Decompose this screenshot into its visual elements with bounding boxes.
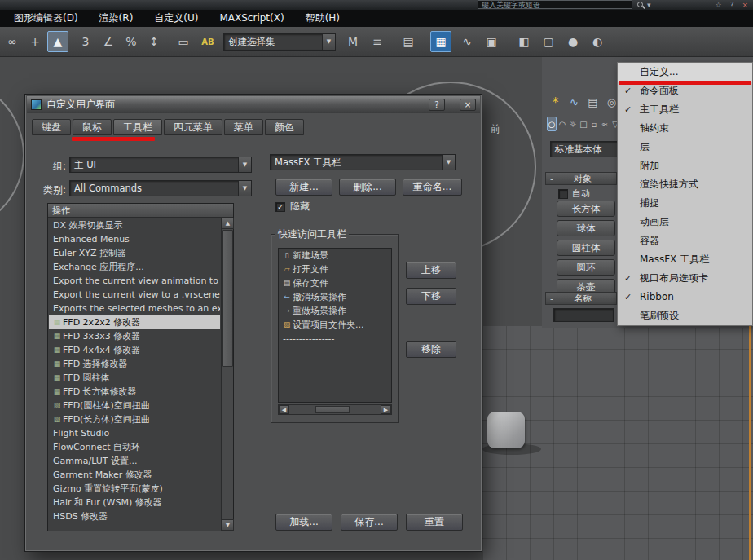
action-list-item[interactable]: Gizmo 重置旋转平面(蒙皮) bbox=[49, 482, 220, 496]
reset-button[interactable]: 重置 bbox=[406, 514, 463, 531]
object-name-input[interactable] bbox=[553, 308, 614, 322]
object-type-rollout[interactable]: - 对象 bbox=[545, 172, 617, 185]
help-icon[interactable]: ? bbox=[730, 0, 734, 10]
new-toolbar-button[interactable]: 新建... bbox=[275, 179, 332, 196]
helpers-category-icon[interactable]: ▫ bbox=[589, 117, 599, 131]
lights-category-icon[interactable]: ☼ bbox=[568, 117, 578, 131]
render-production-icon[interactable]: ● bbox=[562, 31, 583, 52]
action-list-item[interactable]: ▦ FFD 2x2x2 修改器 bbox=[49, 315, 220, 329]
select-and-move-icon[interactable]: + bbox=[24, 31, 46, 52]
context-menu-item[interactable]: ✓ 动画层 bbox=[618, 213, 752, 231]
name-color-rollout[interactable]: - 名称 bbox=[545, 292, 617, 305]
menubar-item[interactable]: 帮助(H) bbox=[295, 10, 350, 27]
select-and-place-icon[interactable]: ▲ bbox=[47, 31, 68, 52]
menubar-item[interactable]: 渲染(R) bbox=[89, 10, 144, 27]
snaps-toggle-icon[interactable]: 3 bbox=[75, 31, 96, 52]
menubar-item[interactable]: 自定义(U) bbox=[143, 10, 209, 27]
render-setup-icon[interactable]: ◧ bbox=[513, 31, 535, 52]
scene-object[interactable] bbox=[487, 412, 525, 448]
quick-access-item[interactable]: ---------------- bbox=[279, 332, 391, 346]
modify-tab-icon[interactable]: ∿ bbox=[566, 94, 583, 110]
primitive-button[interactable]: 圆柱体 bbox=[557, 240, 615, 256]
action-list-item[interactable]: Euler XYZ 控制器 bbox=[49, 246, 220, 260]
delete-toolbar-button[interactable]: 删除... bbox=[339, 179, 396, 196]
cameras-category-icon[interactable]: □ bbox=[579, 117, 588, 131]
context-menu-item[interactable]: ✓ 容器 bbox=[618, 231, 752, 250]
action-list-item[interactable]: ▦ FFD 圆柱体 bbox=[49, 371, 220, 385]
checkbox-icon[interactable] bbox=[558, 189, 568, 199]
scroll-up-icon[interactable]: ▲ bbox=[222, 218, 234, 229]
context-menu-item[interactable]: ✓ 视口布局选项卡 bbox=[618, 269, 752, 288]
hierarchy-tab-icon[interactable]: ▤ bbox=[584, 94, 601, 110]
scroll-left-icon[interactable]: ◀ bbox=[279, 405, 289, 414]
context-menu-item[interactable]: ✓ 捕捉 bbox=[618, 194, 752, 213]
move-up-button[interactable]: 上移 bbox=[406, 262, 456, 279]
hide-checkbox[interactable]: ✓ 隐藏 bbox=[275, 200, 310, 214]
rename-toolbar-button[interactable]: 重命名... bbox=[403, 179, 462, 196]
action-list-item[interactable]: ▧ FFD(圆柱体)空间扭曲 bbox=[49, 399, 220, 412]
action-list-item[interactable]: Hair 和 Fur (WSM) 修改器 bbox=[49, 496, 220, 509]
action-list-item[interactable]: HSDS 修改器 bbox=[49, 509, 220, 523]
edit-named-selection-sets-icon[interactable]: ▭ bbox=[173, 31, 194, 52]
geometry-category-icon[interactable]: ○ bbox=[547, 117, 557, 131]
quick-access-item[interactable]: ← 撤消场景操作 bbox=[279, 290, 391, 304]
dialog-titlebar[interactable]: 自定义用户界面 ? × bbox=[27, 96, 480, 113]
action-list-item[interactable]: Gamma/LUT 设置... bbox=[49, 454, 220, 468]
search-icon[interactable] bbox=[636, 1, 645, 9]
curve-editor-icon[interactable]: ∿ bbox=[456, 31, 478, 52]
load-button[interactable]: 加载... bbox=[275, 514, 332, 531]
category-combo[interactable]: All Commands ▼ bbox=[69, 180, 252, 196]
named-selection-set-combo[interactable]: 创建选择集 ▼ bbox=[223, 33, 336, 51]
percent-snap-icon[interactable]: % bbox=[121, 31, 142, 52]
scrollbar-thumb[interactable] bbox=[222, 230, 233, 367]
group-combo[interactable]: 主 UI ▼ bbox=[69, 157, 252, 173]
quick-access-item[interactable]: ▤ 保存文件 bbox=[279, 276, 391, 290]
action-list-item[interactable]: Flight Studio bbox=[49, 426, 220, 440]
quick-access-item[interactable]: ▨ 设置项目文件夹... bbox=[279, 318, 391, 332]
quick-access-item[interactable]: → 重做场景操作 bbox=[279, 304, 391, 318]
chevron-down-icon[interactable]: ▼ bbox=[238, 157, 251, 172]
action-list-item[interactable]: ▦ FFD 3x3x3 修改器 bbox=[49, 329, 220, 343]
context-menu-item[interactable]: ✓ Ribbon bbox=[618, 288, 752, 306]
quick-access-item[interactable]: ▯ 新建场景 bbox=[279, 249, 391, 262]
layer-manager-icon[interactable]: ▤ bbox=[398, 31, 419, 52]
context-menu-item[interactable]: ✓ 主工具栏 bbox=[618, 100, 752, 119]
horizontal-scrollbar[interactable]: ◀ ▶ bbox=[278, 404, 392, 415]
align-icon[interactable]: ≡ bbox=[367, 31, 388, 52]
chevron-down-icon[interactable]: ▼ bbox=[238, 181, 251, 196]
infocenter-search-input[interactable] bbox=[478, 0, 632, 9]
vertical-scrollbar[interactable]: ▲ ▼ bbox=[221, 218, 233, 531]
keyboard-shortcut-override-icon[interactable]: AB bbox=[197, 31, 218, 52]
dialog-tab[interactable]: 键盘 bbox=[32, 119, 71, 135]
action-list-item[interactable]: ▧ FFD(长方体)空间扭曲 bbox=[49, 412, 220, 426]
help-button[interactable]: ? bbox=[429, 99, 445, 111]
render-iterative-icon[interactable]: ◐ bbox=[587, 31, 608, 52]
context-menu-item[interactable]: ✓ 轴约束 bbox=[618, 119, 752, 138]
action-list-item[interactable]: FlowConnect 自动环 bbox=[49, 440, 220, 454]
scroll-right-icon[interactable]: ▶ bbox=[381, 405, 391, 414]
action-list-item[interactable]: ▦ FFD 选择修改器 bbox=[49, 357, 220, 371]
action-list-item[interactable]: ▦ FFD 4x4x4 修改器 bbox=[49, 343, 220, 357]
action-list-item[interactable]: ▦ FFD 长方体修改器 bbox=[49, 385, 220, 399]
toolbar-select-combo[interactable]: MassFX 工具栏 ▼ bbox=[270, 154, 456, 170]
notification-icon[interactable]: × bbox=[742, 0, 748, 10]
scroll-down-icon[interactable]: ▼ bbox=[222, 519, 234, 531]
viewport-label-front[interactable]: 前 bbox=[491, 122, 500, 136]
chevron-down-icon[interactable]: ▼ bbox=[442, 155, 455, 170]
dialog-tab[interactable]: 工具栏 bbox=[113, 119, 162, 135]
spacewarps-category-icon[interactable]: ≈ bbox=[600, 117, 610, 131]
context-menu-item[interactable]: ✓ 附加 bbox=[618, 157, 752, 175]
move-down-button[interactable]: 下移 bbox=[406, 288, 456, 305]
create-tab-icon[interactable]: * bbox=[547, 94, 564, 110]
menubar-item[interactable]: 图形编辑器(D) bbox=[3, 10, 89, 27]
rendered-frame-icon[interactable]: ▢ bbox=[538, 31, 559, 52]
shapes-category-icon[interactable]: ◠ bbox=[557, 117, 567, 131]
mirror-icon[interactable]: M bbox=[342, 31, 363, 52]
favorites-star-icon[interactable]: ☆ bbox=[716, 0, 722, 10]
perspective-viewport[interactable] bbox=[482, 326, 753, 560]
context-menu-item[interactable]: ✓ MassFX 工具栏 bbox=[618, 250, 752, 269]
autogrid-checkbox[interactable]: 自动 bbox=[558, 187, 590, 200]
quick-access-item[interactable]: ▱ 打开文件 bbox=[279, 262, 391, 276]
primitive-button[interactable]: 球体 bbox=[557, 220, 615, 236]
angle-snap-icon[interactable]: ∠ bbox=[98, 31, 119, 52]
